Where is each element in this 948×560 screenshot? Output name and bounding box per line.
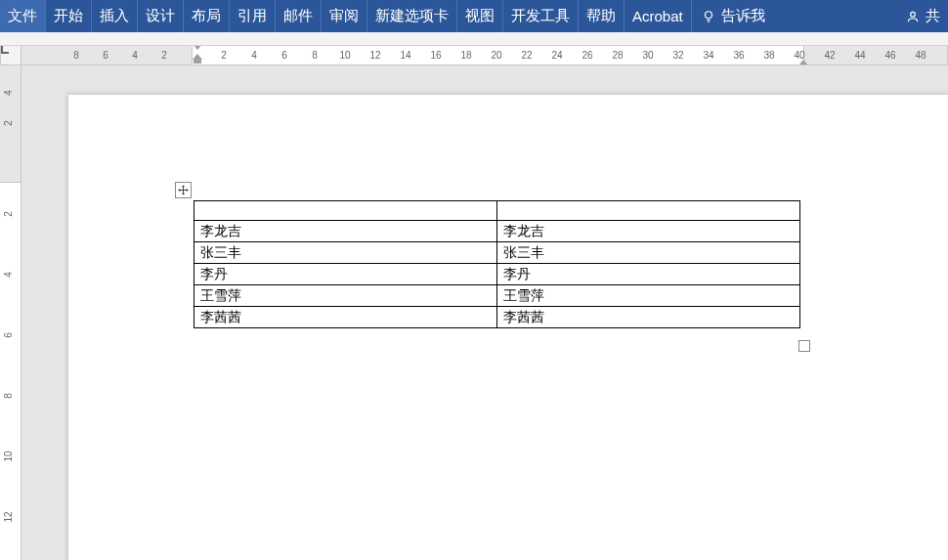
table-move-handle[interactable]	[175, 182, 192, 198]
table-container: 李龙吉李龙吉张三丰张三丰李丹李丹王雪萍王雪萍李茜茜李茜茜	[194, 200, 800, 328]
h-ruler-tick: 6	[103, 50, 108, 61]
h-ruler-tick: 2	[161, 50, 167, 61]
table-cell[interactable]: 李丹	[497, 264, 800, 285]
svg-point-0	[705, 11, 711, 18]
v-ruler-tick: 4	[3, 272, 14, 278]
h-ruler-tick: 10	[339, 50, 350, 61]
tell-me-label: 告诉我	[721, 7, 765, 25]
h-ruler-tick: 28	[612, 50, 623, 61]
h-ruler-tick: 8	[73, 50, 79, 61]
share-label: 共	[926, 7, 940, 25]
h-ruler-tick: 18	[460, 50, 471, 61]
table-cell[interactable]: 王雪萍	[194, 285, 497, 307]
horizontal-ruler[interactable]: 8642246810121416182022242628303234363840…	[22, 46, 948, 65]
h-ruler-tick: 4	[132, 50, 138, 61]
h-ruler-tick: 4	[251, 50, 257, 61]
h-ruler-tick: 14	[400, 50, 410, 61]
h-ruler-tick: 44	[854, 50, 865, 61]
document-area[interactable]: 李龙吉李龙吉张三丰张三丰李丹李丹王雪萍王雪萍李茜茜李茜茜	[22, 65, 948, 560]
h-ruler-tick: 16	[430, 50, 441, 61]
h-ruler-tick: 6	[281, 50, 287, 61]
table-row[interactable]: 李丹李丹	[194, 264, 800, 285]
move-icon	[178, 185, 189, 195]
vertical-ruler[interactable]: 4224681012	[0, 65, 22, 560]
h-ruler-tick: 2	[221, 50, 227, 61]
table-cell[interactable]: 李丹	[194, 264, 497, 285]
v-ruler-tick: 4	[3, 90, 14, 96]
table-resize-handle[interactable]	[798, 340, 810, 352]
h-ruler-tick: 32	[672, 50, 683, 61]
v-ruler-tick: 8	[3, 393, 14, 399]
h-ruler-tick: 34	[703, 50, 713, 61]
table-cell[interactable]: 张三丰	[194, 242, 497, 264]
indent-markers[interactable]	[193, 46, 204, 65]
ribbon: 文件 开始 插入 设计 布局 引用 邮件 审阅 新建选项卡 视图 开发工具 帮助…	[0, 0, 948, 32]
table-cell[interactable]: 李龙吉	[194, 221, 497, 242]
tab-review[interactable]: 审阅	[322, 0, 367, 32]
table-row[interactable]: 王雪萍王雪萍	[194, 285, 800, 307]
ribbon-strip	[0, 32, 948, 46]
tab-references[interactable]: 引用	[230, 0, 276, 32]
tab-mailings[interactable]: 邮件	[276, 0, 322, 32]
table-row[interactable]: 李龙吉李龙吉	[194, 221, 800, 242]
tab-layout[interactable]: 布局	[184, 0, 230, 32]
h-ruler-tick: 24	[551, 50, 562, 61]
v-ruler-tick: 2	[3, 120, 14, 126]
table-cell[interactable]: 李茜茜	[497, 307, 800, 328]
h-ruler-tick: 46	[884, 50, 895, 61]
table-cell[interactable]: 李龙吉	[497, 221, 800, 242]
v-ruler-tick: 12	[3, 511, 14, 522]
tab-insert[interactable]: 插入	[92, 0, 138, 32]
tab-developer[interactable]: 开发工具	[503, 0, 579, 32]
tab-home[interactable]: 开始	[46, 0, 92, 32]
share-button[interactable]: 共	[898, 0, 948, 32]
tab-acrobat[interactable]: Acrobat	[625, 0, 692, 32]
tabstop-selector[interactable]	[0, 46, 22, 65]
tab-view[interactable]: 视图	[457, 0, 503, 32]
h-ruler-tick: 20	[491, 50, 501, 61]
h-ruler-tick: 48	[915, 50, 926, 61]
tell-me-search[interactable]: 告诉我	[692, 0, 775, 32]
v-ruler-tick: 2	[3, 211, 14, 217]
document-table[interactable]: 李龙吉李龙吉张三丰张三丰李丹李丹王雪萍王雪萍李茜茜李茜茜	[194, 200, 800, 328]
tab-help[interactable]: 帮助	[579, 0, 625, 32]
h-ruler-tick: 38	[763, 50, 774, 61]
h-ruler-tick: 36	[733, 50, 744, 61]
workspace: 4224681012 李龙吉李龙吉张三丰张三丰李丹李丹王雪萍王雪萍李茜茜李茜茜	[0, 65, 948, 560]
table-row[interactable]	[194, 201, 800, 221]
h-ruler-tick: 30	[642, 50, 653, 61]
h-ruler-tick: 12	[369, 50, 380, 61]
lightbulb-icon	[702, 10, 715, 23]
h-ruler-tick: 40	[794, 50, 804, 61]
table-cell[interactable]	[194, 201, 497, 221]
h-ruler-tick: 8	[312, 50, 318, 61]
table-cell[interactable]: 李茜茜	[194, 307, 497, 328]
hanging-indent-icon[interactable]	[193, 54, 202, 60]
ruler-row: 8642246810121416182022242628303234363840…	[0, 46, 948, 65]
tab-file[interactable]: 文件	[0, 0, 46, 32]
tabstop-l-icon	[1, 46, 9, 54]
table-row[interactable]: 张三丰张三丰	[194, 242, 800, 264]
person-icon	[906, 10, 920, 23]
v-ruler-tick: 6	[3, 332, 14, 338]
svg-point-1	[911, 12, 916, 17]
first-line-indent-icon[interactable]	[193, 46, 202, 50]
tab-design[interactable]: 设计	[138, 0, 184, 32]
h-ruler-tick: 42	[824, 50, 835, 61]
h-ruler-tick: 22	[521, 50, 532, 61]
page[interactable]: 李龙吉李龙吉张三丰张三丰李丹李丹王雪萍王雪萍李茜茜李茜茜	[68, 95, 948, 560]
table-row[interactable]: 李茜茜李茜茜	[194, 307, 800, 328]
table-cell[interactable]: 张三丰	[497, 242, 800, 264]
h-ruler-tick: 26	[582, 50, 592, 61]
v-ruler-tick: 10	[3, 451, 14, 461]
table-cell[interactable]: 王雪萍	[497, 285, 800, 307]
table-cell[interactable]	[497, 201, 800, 221]
left-indent-icon[interactable]	[194, 60, 201, 64]
tab-custom[interactable]: 新建选项卡	[367, 0, 457, 32]
